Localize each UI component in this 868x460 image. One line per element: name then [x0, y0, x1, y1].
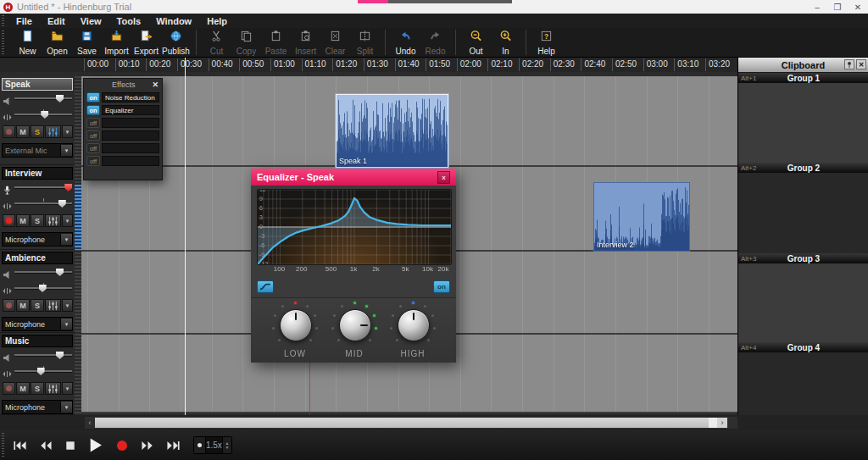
effect-toggle-button[interactable]: off: [86, 156, 100, 166]
export-button[interactable]: Export: [131, 30, 161, 56]
equalizer-title-bar[interactable]: Equalizer - Speak x: [251, 169, 456, 186]
new-button[interactable]: New: [13, 30, 42, 56]
input-source-dropdown[interactable]: Microphone▼: [2, 317, 73, 331]
eq-on-button[interactable]: on: [433, 280, 450, 293]
timeline-ruler[interactable]: 00:0000:1000:2000:3000:4000:5001:0001:10…: [0, 58, 737, 73]
horizontal-scrollbar[interactable]: ‹ ›: [85, 417, 737, 429]
effect-toggle-button[interactable]: off: [86, 130, 100, 141]
scrollbar-track[interactable]: [709, 418, 717, 428]
knob-dial[interactable]: [280, 309, 312, 341]
effect-name-field[interactable]: Equalizer: [102, 105, 159, 115]
effect-name-field[interactable]: [102, 143, 159, 153]
pan-slider[interactable]: [14, 282, 72, 294]
transport-grip[interactable]: [2, 433, 4, 457]
speed-spinner[interactable]: ▲▼: [222, 437, 231, 453]
eq-curve-plot[interactable]: 129630-3-6-9-12: [257, 189, 452, 265]
clipboard-group-header[interactable]: Alt+1Group 1: [738, 73, 868, 83]
play-button[interactable]: [88, 438, 103, 452]
save-button[interactable]: Save: [72, 30, 102, 56]
dropdown-arrow-button[interactable]: ▼: [60, 145, 72, 156]
speed-mode-button[interactable]: [194, 437, 206, 453]
effect-toggle-button[interactable]: off: [86, 143, 100, 153]
toolbar-grip[interactable]: [2, 30, 4, 55]
zoom-out-button[interactable]: Out: [461, 30, 491, 56]
audio-clip[interactable]: Speak 1: [336, 94, 448, 168]
volume-slider[interactable]: [14, 181, 72, 193]
maximize-icon[interactable]: ❐: [827, 0, 848, 14]
volume-slider-handle[interactable]: [56, 269, 64, 276]
minimize-icon[interactable]: –: [807, 0, 827, 14]
clipboard-group-body[interactable]: [738, 83, 868, 163]
track-name[interactable]: Ambience: [2, 252, 73, 264]
open-button[interactable]: Open: [42, 30, 72, 56]
track-options-button[interactable]: ▼: [62, 214, 73, 227]
clipboard-group-header[interactable]: Alt+4Group 4: [738, 342, 868, 352]
effects-fader-button[interactable]: [45, 125, 61, 138]
menu-item-window[interactable]: Window: [148, 15, 199, 27]
pan-slider[interactable]: [14, 197, 72, 209]
pan-slider[interactable]: [14, 108, 72, 120]
zoom-in-button[interactable]: In: [491, 30, 520, 56]
effect-name-field[interactable]: [102, 118, 159, 128]
menu-item-file[interactable]: File: [8, 15, 40, 27]
pan-slider-handle[interactable]: [37, 368, 45, 375]
effect-toggle-button[interactable]: off: [86, 118, 100, 128]
effects-close-icon[interactable]: ✕: [152, 80, 159, 89]
solo-button[interactable]: S: [31, 299, 44, 312]
effect-name-field[interactable]: [102, 156, 159, 166]
track-options-button[interactable]: ▼: [62, 382, 73, 395]
mute-button[interactable]: M: [16, 214, 30, 227]
volume-slider[interactable]: [14, 92, 72, 104]
dropdown-arrow-button[interactable]: ▼: [60, 234, 72, 245]
stop-button[interactable]: [65, 441, 75, 451]
record-arm-button[interactable]: [3, 382, 15, 395]
close-icon[interactable]: ✕: [848, 0, 868, 14]
volume-slider[interactable]: [14, 349, 72, 361]
undo-button[interactable]: Undo: [391, 30, 420, 56]
record-arm-button[interactable]: [3, 299, 15, 312]
effect-name-field[interactable]: Noise Reduction: [102, 92, 159, 103]
effects-fader-button[interactable]: [45, 214, 61, 227]
clipboard-group-header[interactable]: Alt+3Group 3: [738, 253, 868, 263]
volume-slider[interactable]: [14, 266, 72, 278]
pin-icon[interactable]: [844, 59, 854, 69]
effect-toggle-button[interactable]: on: [86, 105, 100, 115]
clipboard-group-body[interactable]: [738, 263, 868, 342]
track-options-button[interactable]: ▼: [62, 299, 73, 312]
import-button[interactable]: Import: [102, 30, 131, 56]
pan-slider-handle[interactable]: [58, 200, 66, 208]
menu-item-view[interactable]: View: [73, 15, 109, 27]
dropdown-arrow-button[interactable]: ▼: [60, 402, 72, 413]
eq-knob-low[interactable]: [271, 301, 319, 348]
scroll-left-icon[interactable]: ‹: [85, 418, 95, 428]
clipboard-title-bar[interactable]: Clipboard ✕: [738, 58, 868, 72]
track-options-button[interactable]: ▼: [62, 125, 73, 138]
skip-end-button[interactable]: [167, 441, 180, 451]
effect-toggle-button[interactable]: on: [86, 92, 100, 103]
eq-knob-mid[interactable]: [331, 301, 378, 348]
clipboard-group-header[interactable]: Alt+2Group 2: [738, 163, 868, 173]
menubar-grip[interactable]: [2, 15, 4, 26]
solo-button[interactable]: S: [31, 382, 44, 395]
record-arm-button[interactable]: [3, 214, 15, 227]
track-name[interactable]: Interview: [2, 167, 73, 180]
mute-button[interactable]: M: [16, 299, 30, 312]
input-source-dropdown[interactable]: External Mic▼: [2, 143, 73, 158]
solo-button[interactable]: S: [31, 125, 44, 138]
track-name[interactable]: Music: [2, 335, 73, 347]
track-name[interactable]: Speak: [2, 78, 73, 91]
volume-slider-handle[interactable]: [64, 184, 72, 191]
fast-forward-button[interactable]: [142, 441, 153, 451]
mute-button[interactable]: M: [16, 125, 30, 138]
menu-item-edit[interactable]: Edit: [40, 15, 73, 27]
equalizer-close-icon[interactable]: x: [437, 171, 450, 184]
menu-item-tools[interactable]: Tools: [109, 15, 149, 27]
clipboard-close-icon[interactable]: ✕: [856, 59, 866, 69]
pan-slider[interactable]: [14, 365, 72, 377]
mute-button[interactable]: M: [16, 382, 30, 395]
clipboard-group-body[interactable]: [738, 173, 868, 253]
pan-slider-handle[interactable]: [39, 285, 47, 292]
effect-name-field[interactable]: [102, 130, 159, 141]
eq-shelf-button[interactable]: [257, 280, 274, 293]
publish-button[interactable]: Publish: [161, 30, 191, 56]
